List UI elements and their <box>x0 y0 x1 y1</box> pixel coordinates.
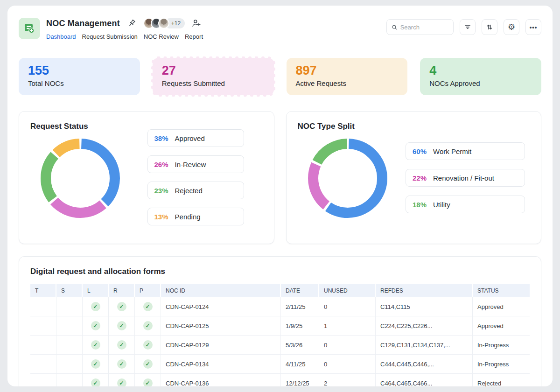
check-circle-icon: ✓ <box>117 302 126 311</box>
table-row[interactable]: ✓✓✓CDN-CAP-01344/11/250C444,C445,C446,..… <box>30 355 530 374</box>
column-header-l[interactable]: L <box>83 284 109 297</box>
check-circle-icon: ✓ <box>91 340 100 350</box>
check-cell: ✓ <box>135 336 161 354</box>
search-input[interactable] <box>400 24 448 31</box>
column-header-status[interactable]: STATUS <box>473 284 530 297</box>
avatar <box>158 18 169 29</box>
legend-percent: 22% <box>413 174 427 182</box>
stats-row: 155Total NOCs27Requests Submitted897Acti… <box>19 58 541 95</box>
check-cell: ✓ <box>83 316 109 335</box>
check-cell <box>56 336 83 354</box>
header-actions: ⚙ ••• <box>386 19 541 35</box>
status-cell: Approved <box>473 316 530 335</box>
table-row[interactable]: ✓✓✓CDN-CAP-01251/9/251C224,C225,C226...A… <box>30 316 530 336</box>
forms-table-card: Digital request and allocation forms TSL… <box>19 256 541 386</box>
table-row[interactable]: ✓✓✓CDN-CAP-01242/11/250C114,C115Approved <box>30 297 530 316</box>
nav-tabs: DashboardRequest SubmissionNOC ReviewRep… <box>46 33 386 40</box>
check-circle-icon: ✓ <box>117 340 126 350</box>
search-box[interactable] <box>386 19 454 35</box>
filter-lines-icon <box>463 23 472 31</box>
noc-id-cell: CDN-CAP-0124 <box>161 297 281 316</box>
check-cell <box>30 297 56 316</box>
column-header-r[interactable]: R <box>109 284 135 297</box>
check-cell: ✓ <box>109 297 135 316</box>
date-cell: 4/11/25 <box>281 355 319 373</box>
legend-item: 18%Utility <box>406 196 525 213</box>
avatar-group[interactable]: +12 <box>143 18 185 29</box>
app-panel: NOC Management +12 <box>7 6 553 386</box>
check-circle-icon: ✓ <box>91 378 100 386</box>
app-header: NOC Management +12 <box>7 6 553 40</box>
column-header-date[interactable]: DATE <box>281 284 319 297</box>
check-cell: ✓ <box>109 374 135 386</box>
table-header: TSLRPNOC IDDATEUNUSEDREFDESSTATUS <box>30 284 530 297</box>
settings-button[interactable]: ⚙ <box>504 19 519 35</box>
legend-percent: 26% <box>154 161 168 168</box>
refdes-cell: C129,C131,C134,C137,... <box>376 336 473 354</box>
chart-legend: 60%Work Permit22%Renovation / Fit-out18%… <box>406 142 525 213</box>
chart-title: NOC Type Split <box>298 122 530 131</box>
legend-percent: 13% <box>154 213 168 221</box>
refdes-cell: C444,C445,C446,... <box>376 355 473 373</box>
data-table: TSLRPNOC IDDATEUNUSEDREFDESSTATUS ✓✓✓CDN… <box>30 284 530 386</box>
column-header-p[interactable]: P <box>135 284 161 297</box>
check-cell: ✓ <box>135 297 161 316</box>
table-row[interactable]: ✓✓✓CDN-CAP-01295/3/260C129,C131,C134,C13… <box>30 336 530 355</box>
check-cell: ✓ <box>83 355 109 373</box>
legend-percent: 18% <box>413 201 427 209</box>
status-cell: In-Progress <box>473 355 530 373</box>
sort-button[interactable] <box>482 19 497 35</box>
stat-value: 155 <box>28 64 131 77</box>
app-logo <box>19 18 40 39</box>
check-cell <box>56 316 83 335</box>
tab-report[interactable]: Report <box>185 33 203 40</box>
check-circle-icon: ✓ <box>143 302 153 311</box>
search-icon <box>392 24 398 31</box>
check-cell: ✓ <box>109 355 135 373</box>
legend-item: 23%Rejected <box>147 182 244 199</box>
filter-button[interactable] <box>460 19 476 35</box>
stat-card: 4NOCs Approved <box>420 58 541 95</box>
document-plus-icon <box>22 21 36 35</box>
legend-label: Renovation / Fit-out <box>433 174 494 182</box>
tab-request-submission[interactable]: Request Submission <box>82 33 138 40</box>
date-cell: 12/12/25 <box>281 374 319 386</box>
legend-label: In-Review <box>175 161 206 168</box>
check-cell <box>30 355 56 373</box>
column-header-refdes[interactable]: REFDES <box>376 284 473 297</box>
noc-type-split-card: NOC Type Split 60%Work Permit22%Renovati… <box>286 111 542 244</box>
check-circle-icon: ✓ <box>117 359 126 369</box>
status-cell: In-Progress <box>473 336 530 354</box>
legend-label: Pending <box>175 213 201 221</box>
chart-legend: 38%Approved26%In-Review23%Rejected13%Pen… <box>147 129 244 225</box>
more-button[interactable]: ••• <box>525 19 541 35</box>
check-circle-icon: ✓ <box>143 321 153 330</box>
check-cell: ✓ <box>135 355 161 373</box>
table-body: ✓✓✓CDN-CAP-01242/11/250C114,C115Approved… <box>30 297 530 386</box>
stat-label: NOCs Approved <box>429 79 532 87</box>
donut-chart <box>41 139 120 220</box>
stat-value: 4 <box>429 64 532 77</box>
legend-label: Work Permit <box>433 147 471 155</box>
column-header-unused[interactable]: UNUSED <box>319 284 376 297</box>
pin-icon[interactable] <box>126 18 137 28</box>
status-cell: Approved <box>473 297 530 316</box>
stat-value: 27 <box>162 64 265 77</box>
check-cell: ✓ <box>83 297 109 316</box>
tab-dashboard[interactable]: Dashboard <box>46 33 76 40</box>
noc-id-cell: CDN-CAP-0134 <box>161 355 281 373</box>
table-row[interactable]: ✓✓✓CDN-CAP-013612/12/252C464,C465,C466..… <box>30 374 530 386</box>
column-header-s[interactable]: S <box>56 284 83 297</box>
check-circle-icon: ✓ <box>91 359 100 369</box>
legend-percent: 60% <box>413 147 427 155</box>
column-header-t[interactable]: T <box>30 284 56 297</box>
column-header-noc-id[interactable]: NOC ID <box>161 284 281 297</box>
donut-chart <box>308 139 387 220</box>
stat-value: 897 <box>296 64 399 77</box>
check-cell <box>30 316 56 335</box>
stat-card: 897Active Requests <box>287 58 408 95</box>
tab-noc-review[interactable]: NOC Review <box>144 33 179 40</box>
ellipsis-icon: ••• <box>530 24 538 31</box>
check-circle-icon: ✓ <box>143 340 153 350</box>
user-plus-icon[interactable] <box>191 18 202 28</box>
